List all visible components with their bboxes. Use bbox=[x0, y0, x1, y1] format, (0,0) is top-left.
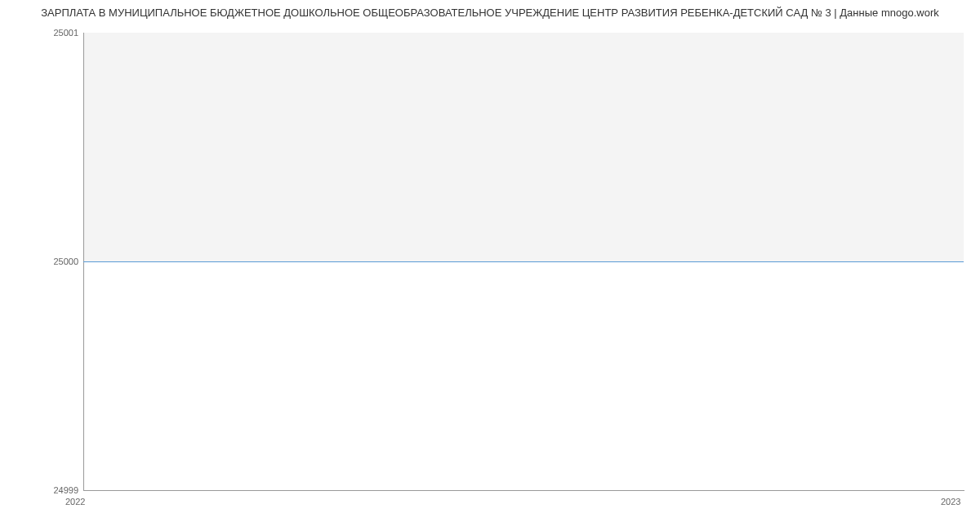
y-axis-tick-label: 25001 bbox=[53, 28, 78, 38]
x-axis-tick-label: 2023 bbox=[941, 497, 960, 506]
chart-title: ЗАРПЛАТА В МУНИЦИПАЛЬНОЕ БЮДЖЕТНОЕ ДОШКО… bbox=[0, 7, 980, 19]
chart-container: ЗАРПЛАТА В МУНИЦИПАЛЬНОЕ БЮДЖЕТНОЕ ДОШКО… bbox=[0, 0, 980, 531]
data-series-line bbox=[83, 261, 964, 262]
y-axis-tick-label: 25000 bbox=[53, 257, 78, 266]
x-axis-tick-label: 2022 bbox=[65, 497, 85, 506]
y-axis-tick-label: 24999 bbox=[53, 485, 78, 495]
